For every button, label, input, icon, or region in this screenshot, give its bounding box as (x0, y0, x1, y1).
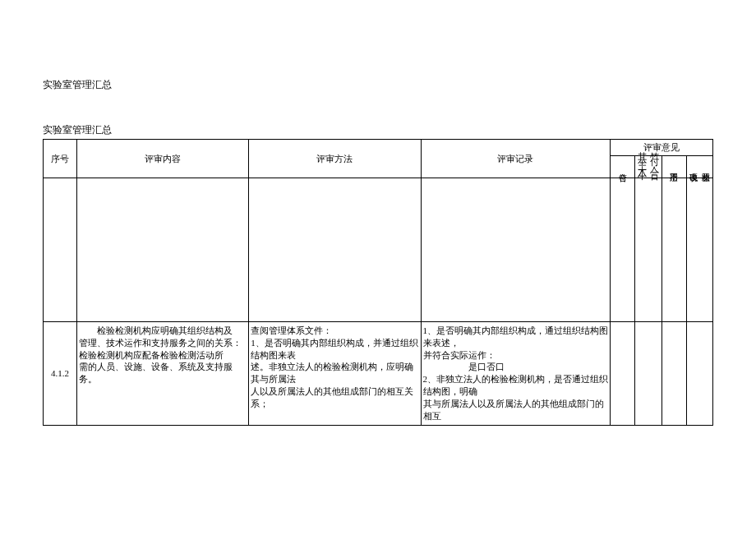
document-title: 实验室管理汇总 (43, 78, 713, 92)
header-seq: 序号 (44, 140, 77, 178)
empty-cell (421, 178, 611, 321)
cell-method: 查阅管理体系文件： 1、是否明确其内部组织构成，并通过组织结构图来表 述。非独立… (249, 321, 421, 425)
empty-cell (249, 178, 421, 321)
header-row-1: 序号 评审内容 评审方法 评审记录 评审意见 (44, 140, 713, 156)
header-content: 评审内容 (76, 140, 248, 178)
empty-row (44, 178, 713, 321)
cell-seq: 4.1.2 (44, 321, 77, 425)
header-method: 评审方法 (249, 140, 421, 178)
table-caption: 实验室管理汇总 (43, 123, 713, 137)
empty-cell (635, 178, 662, 321)
header-op4: 项改说及明整 (686, 155, 712, 178)
cell-content: 检验检测机构应明确其组织结构及 管理、技术运作和支持服务之间的关系： 检验检测机… (76, 321, 248, 425)
cell-op3 (662, 321, 686, 425)
header-op2: 基本符合 (635, 155, 662, 178)
empty-cell (76, 178, 248, 321)
empty-cell (686, 178, 712, 321)
header-record: 评审记录 (421, 140, 611, 178)
header-op3: 不适用 (662, 155, 686, 178)
cell-record: 1、是否明确其内部组织构成，通过组织结构图来表述， 并符合实际运作： 是口否口 … (421, 321, 611, 425)
empty-cell (44, 178, 77, 321)
header-opinion-group: 评审意见 (611, 140, 713, 156)
cell-op4 (686, 321, 712, 425)
data-row: 4.1.2 检验检测机构应明确其组织结构及 管理、技术运作和支持服务之间的关系：… (44, 321, 713, 425)
cell-op2 (635, 321, 662, 425)
cell-op1 (611, 321, 635, 425)
empty-cell (662, 178, 686, 321)
review-table: 序号 评审内容 评审方法 评审记录 评审意见 符合 基本符合 不适用 项改说及明… (43, 139, 713, 426)
header-op1: 符合 (611, 155, 635, 178)
empty-cell (611, 178, 635, 321)
